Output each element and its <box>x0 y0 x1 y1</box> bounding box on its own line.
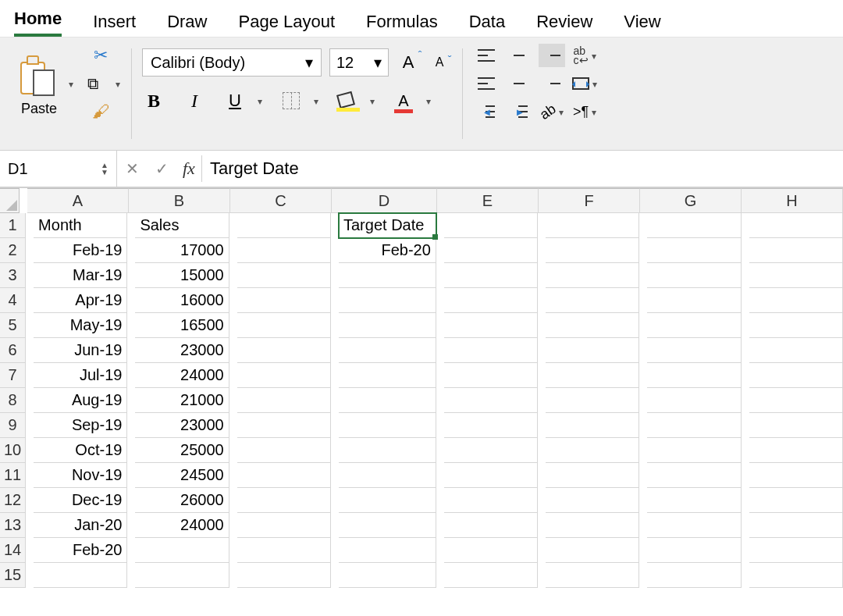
column-header-F[interactable]: F <box>539 188 640 213</box>
cell-D3[interactable] <box>339 263 436 288</box>
format-painter-button[interactable]: 🖌 <box>89 100 112 123</box>
cell-G5[interactable] <box>647 313 741 338</box>
column-header-H[interactable]: H <box>742 188 843 213</box>
cell-B10[interactable]: 25000 <box>135 438 229 463</box>
cell-E13[interactable] <box>444 513 538 538</box>
cell-H8[interactable] <box>749 388 843 413</box>
cell-G13[interactable] <box>647 513 741 538</box>
cell-D2[interactable]: Feb-20 <box>339 238 436 263</box>
cancel-edit-button[interactable]: ✕ <box>117 159 147 178</box>
tab-formulas[interactable]: Formulas <box>366 12 438 37</box>
wrap-text-button[interactable]: ab c↩ <box>571 44 598 67</box>
cell-B13[interactable]: 24000 <box>135 513 229 538</box>
row-header-1[interactable]: 1 <box>0 213 26 238</box>
tab-home[interactable]: Home <box>14 9 62 37</box>
cell-E3[interactable] <box>444 263 538 288</box>
cell-E10[interactable] <box>444 438 538 463</box>
cell-C9[interactable] <box>237 413 331 438</box>
cell-D15[interactable] <box>339 563 436 588</box>
cell-G6[interactable] <box>647 338 741 363</box>
wrap-dropdown-icon[interactable] <box>589 48 596 62</box>
align-top-button[interactable] <box>473 44 500 67</box>
column-header-G[interactable]: G <box>640 188 742 213</box>
column-header-B[interactable]: B <box>129 188 230 213</box>
cell-A12[interactable]: Dec-19 <box>34 488 127 513</box>
row-header-5[interactable]: 5 <box>0 313 26 338</box>
cell-G12[interactable] <box>647 488 741 513</box>
cell-D13[interactable] <box>339 513 436 538</box>
column-header-E[interactable]: E <box>437 188 539 213</box>
cell-A14[interactable]: Feb-20 <box>34 538 127 563</box>
cell-H15[interactable] <box>749 563 843 588</box>
cell-F10[interactable] <box>546 438 639 463</box>
row-header-3[interactable]: 3 <box>0 263 26 288</box>
decrease-font-button[interactable]: A <box>428 51 451 74</box>
cell-F9[interactable] <box>546 413 639 438</box>
cell-G8[interactable] <box>647 388 741 413</box>
cell-C7[interactable] <box>237 363 331 388</box>
cell-E8[interactable] <box>444 388 538 413</box>
row-header-7[interactable]: 7 <box>0 363 26 388</box>
row-header-6[interactable]: 6 <box>0 338 26 363</box>
cell-D8[interactable] <box>339 388 436 413</box>
cell-B8[interactable]: 21000 <box>135 388 229 413</box>
column-header-C[interactable]: C <box>230 188 332 213</box>
cell-E15[interactable] <box>444 563 538 588</box>
cell-C8[interactable] <box>237 388 331 413</box>
row-header-10[interactable]: 10 <box>0 438 26 463</box>
cell-A2[interactable]: Feb-19 <box>34 238 127 263</box>
paragraph-button[interactable]: >¶ <box>571 100 598 123</box>
cell-B12[interactable]: 26000 <box>135 488 229 513</box>
cell-F14[interactable] <box>546 538 639 563</box>
name-box[interactable]: D1 ▲▼ <box>0 151 117 187</box>
tab-insert[interactable]: Insert <box>93 12 136 37</box>
cell-G9[interactable] <box>647 413 741 438</box>
decrease-indent-button[interactable] <box>473 100 500 123</box>
fill-color-button[interactable] <box>336 89 359 112</box>
row-header-15[interactable]: 15 <box>0 563 26 588</box>
cell-H12[interactable] <box>749 488 843 513</box>
cell-E6[interactable] <box>444 338 538 363</box>
cell-F11[interactable] <box>546 463 639 488</box>
cell-A7[interactable]: Jul-19 <box>34 363 127 388</box>
cell-B6[interactable]: 23000 <box>135 338 229 363</box>
align-right-button[interactable] <box>539 72 565 95</box>
cell-F3[interactable] <box>546 263 639 288</box>
cell-B3[interactable]: 15000 <box>135 263 229 288</box>
orientation-button[interactable]: ab <box>539 100 565 123</box>
row-header-12[interactable]: 12 <box>0 488 26 513</box>
cell-F6[interactable] <box>546 338 639 363</box>
cell-E11[interactable] <box>444 463 538 488</box>
cell-B2[interactable]: 17000 <box>135 238 229 263</box>
cell-H10[interactable] <box>749 438 843 463</box>
cell-A6[interactable]: Jun-19 <box>34 338 127 363</box>
cell-F8[interactable] <box>546 388 639 413</box>
cell-D14[interactable] <box>339 538 436 563</box>
row-header-11[interactable]: 11 <box>0 463 26 488</box>
bold-button[interactable]: B <box>142 89 165 112</box>
tab-draw[interactable]: Draw <box>167 12 207 37</box>
cell-H5[interactable] <box>749 313 843 338</box>
copy-button[interactable]: ⧉ <box>81 72 105 95</box>
row-header-4[interactable]: 4 <box>0 288 26 313</box>
underline-button[interactable]: U <box>223 89 247 112</box>
select-all-corner[interactable] <box>0 188 20 213</box>
cell-B4[interactable]: 16000 <box>135 288 229 313</box>
tab-view[interactable]: View <box>624 12 660 37</box>
cell-E9[interactable] <box>444 413 538 438</box>
cell-E7[interactable] <box>444 363 538 388</box>
italic-button[interactable]: I <box>183 89 206 112</box>
tab-data[interactable]: Data <box>469 12 505 37</box>
cell-G10[interactable] <box>647 438 741 463</box>
tab-page-layout[interactable]: Page Layout <box>239 12 336 37</box>
cell-C2[interactable] <box>237 238 331 263</box>
cell-H7[interactable] <box>749 363 843 388</box>
cell-A13[interactable]: Jan-20 <box>34 513 127 538</box>
cell-B9[interactable]: 23000 <box>135 413 229 438</box>
cell-H11[interactable] <box>749 463 843 488</box>
cell-H9[interactable] <box>749 413 843 438</box>
cell-C1[interactable] <box>237 213 331 238</box>
cell-D4[interactable] <box>339 288 436 313</box>
cell-C11[interactable] <box>237 463 331 488</box>
cell-H3[interactable] <box>749 263 843 288</box>
